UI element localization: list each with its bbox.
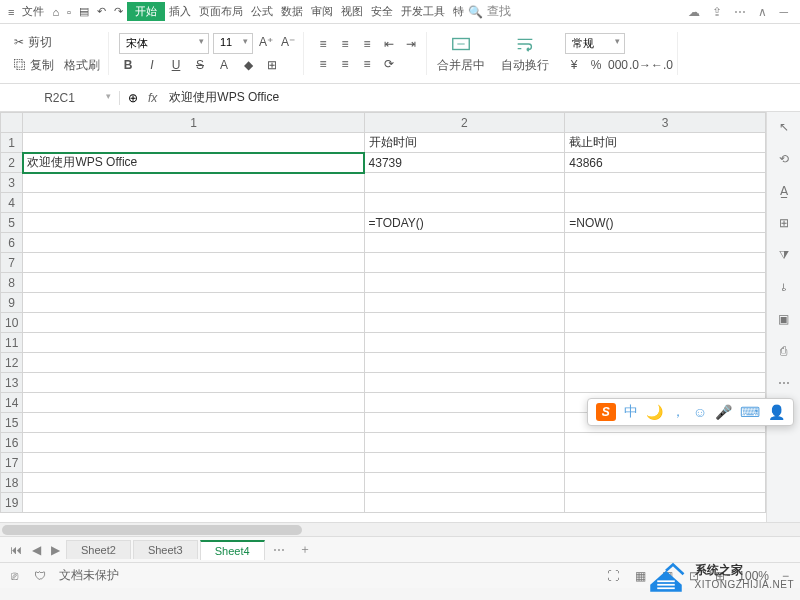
inc-decimal-button[interactable]: .0→	[631, 56, 649, 74]
row-header[interactable]: 14	[1, 393, 23, 413]
align-bottom-button[interactable]: ≡	[358, 35, 376, 53]
dec-decimal-button[interactable]: ←.0	[653, 56, 671, 74]
row-header[interactable]: 2	[1, 153, 23, 173]
cell[interactable]	[364, 493, 565, 513]
close-icon[interactable]: ─	[779, 5, 788, 19]
qat-home-icon[interactable]: ⌂	[48, 4, 63, 20]
menu-hamburger[interactable]: ≡	[4, 4, 18, 20]
ime-punct-icon[interactable]: ，	[671, 403, 685, 421]
cell[interactable]	[565, 313, 766, 333]
tab-review[interactable]: 审阅	[307, 2, 337, 21]
cell[interactable]	[23, 453, 364, 473]
row-header[interactable]: 18	[1, 473, 23, 493]
bold-button[interactable]: B	[119, 56, 137, 74]
more-icon[interactable]: ⋯	[734, 5, 746, 19]
table-tool-icon[interactable]: ⊞	[775, 214, 793, 232]
cell[interactable]	[364, 173, 565, 193]
cell[interactable]	[23, 353, 364, 373]
tab-insert[interactable]: 插入	[165, 2, 195, 21]
cell[interactable]	[364, 193, 565, 213]
cell[interactable]	[23, 173, 364, 193]
cell[interactable]	[364, 393, 565, 413]
cell[interactable]	[23, 333, 364, 353]
formula-input[interactable]: 欢迎使用WPS Office	[167, 87, 792, 108]
cell[interactable]: =NOW()	[565, 213, 766, 233]
fill-color-button[interactable]: ◆	[239, 56, 257, 74]
indent-inc-button[interactable]: ⇥	[402, 35, 420, 53]
indent-dec-button[interactable]: ⇤	[380, 35, 398, 53]
row-header[interactable]: 19	[1, 493, 23, 513]
cell[interactable]	[23, 393, 364, 413]
border-button[interactable]: ⊞	[263, 56, 281, 74]
tab-formula[interactable]: 公式	[247, 2, 277, 21]
row-header[interactable]: 11	[1, 333, 23, 353]
row-header[interactable]: 9	[1, 293, 23, 313]
tab-extra[interactable]: 特	[449, 2, 468, 21]
qat-save-icon[interactable]: ▫	[63, 4, 75, 20]
qat-print-icon[interactable]: ▤	[75, 3, 93, 20]
cell[interactable]	[23, 493, 364, 513]
cell[interactable]	[364, 313, 565, 333]
row-header[interactable]: 7	[1, 253, 23, 273]
cell[interactable]	[364, 433, 565, 453]
align-left-button[interactable]: ≡	[314, 55, 332, 73]
cell[interactable]	[23, 233, 364, 253]
cell[interactable]	[23, 133, 364, 153]
row-header[interactable]: 17	[1, 453, 23, 473]
cell[interactable]	[565, 493, 766, 513]
underline-button[interactable]: U	[167, 56, 185, 74]
cell[interactable]	[565, 453, 766, 473]
col-header-3[interactable]: 3	[565, 113, 766, 133]
camera-icon[interactable]: ▣	[775, 310, 793, 328]
cell[interactable]	[565, 193, 766, 213]
fx-label[interactable]: fx	[148, 91, 157, 105]
cell[interactable]	[23, 373, 364, 393]
select-tool-icon[interactable]: ↖	[775, 118, 793, 136]
cell[interactable]	[23, 433, 364, 453]
cell[interactable]	[364, 473, 565, 493]
ime-keyboard-icon[interactable]: ⌨	[740, 404, 760, 420]
more-tools-icon[interactable]: ⋯	[775, 374, 793, 392]
ime-toolbar[interactable]: S 中 🌙 ， ☺ 🎤 ⌨ 👤	[587, 398, 794, 426]
chart-icon[interactable]: ⫰	[775, 278, 793, 296]
cell[interactable]	[364, 293, 565, 313]
cell[interactable]	[23, 413, 364, 433]
settings-icon[interactable]: ⟲	[775, 150, 793, 168]
qat-redo-icon[interactable]: ↷	[110, 3, 127, 20]
sheet-tab[interactable]: Sheet3	[133, 540, 198, 559]
row-header[interactable]: 8	[1, 273, 23, 293]
grow-font-button[interactable]: A⁺	[257, 33, 275, 51]
name-box[interactable]: R2C1	[0, 91, 120, 105]
row-header[interactable]: 1	[1, 133, 23, 153]
number-format-combo[interactable]: 常规	[565, 33, 625, 54]
qat-undo-icon[interactable]: ↶	[93, 3, 110, 20]
cell[interactable]	[23, 313, 364, 333]
ime-mic-icon[interactable]: 🎤	[715, 404, 732, 420]
spreadsheet-grid[interactable]: 1 2 3 1开始时间截止时间 2欢迎使用WPS Office437394386…	[0, 112, 766, 522]
cell-selected[interactable]: 欢迎使用WPS Office	[23, 153, 364, 173]
align-top-button[interactable]: ≡	[314, 35, 332, 53]
cell[interactable]	[565, 293, 766, 313]
row-header[interactable]: 4	[1, 193, 23, 213]
tab-security[interactable]: 安全	[367, 2, 397, 21]
select-all-corner[interactable]	[1, 113, 23, 133]
filter-icon[interactable]: ⧩	[775, 246, 793, 264]
row-header[interactable]: 13	[1, 373, 23, 393]
cell[interactable]	[23, 253, 364, 273]
menu-file[interactable]: 文件	[18, 2, 48, 21]
col-header-2[interactable]: 2	[364, 113, 565, 133]
cell[interactable]	[364, 353, 565, 373]
comma-button[interactable]: 000	[609, 56, 627, 74]
cell[interactable]	[565, 273, 766, 293]
sheet-nav-first[interactable]: ⏮	[6, 543, 26, 557]
align-middle-button[interactable]: ≡	[336, 35, 354, 53]
wrap-button[interactable]: 自动换行	[495, 33, 555, 74]
cloud-icon[interactable]: ☁	[688, 5, 700, 19]
cell[interactable]	[364, 413, 565, 433]
row-header[interactable]: 6	[1, 233, 23, 253]
cell[interactable]: 开始时间	[364, 133, 565, 153]
sheet-tab[interactable]: Sheet2	[66, 540, 131, 559]
backup-icon[interactable]: ⎙	[775, 342, 793, 360]
sheet-nav-prev[interactable]: ◀	[28, 543, 45, 557]
cell[interactable]	[364, 453, 565, 473]
